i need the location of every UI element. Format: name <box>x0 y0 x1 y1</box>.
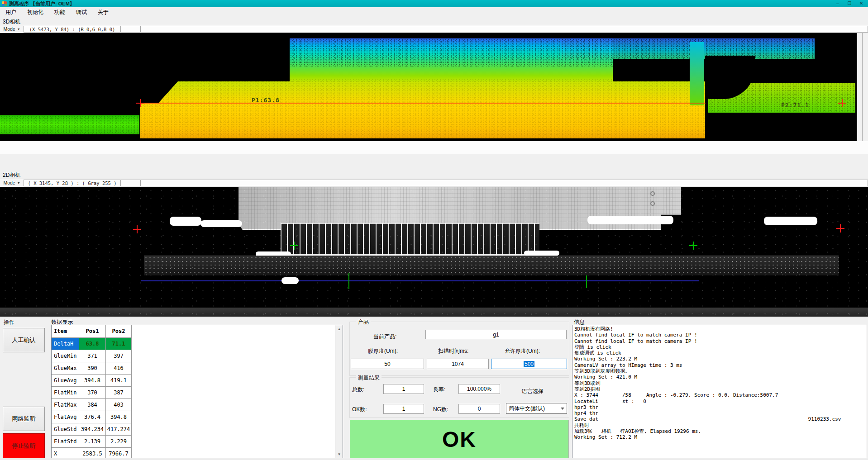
scroll-down-icon[interactable]: ▼ <box>335 451 343 458</box>
total-label: 总数: <box>352 386 364 394</box>
table-cell-item: FlatMax <box>52 399 79 411</box>
menu-item-debug[interactable]: 调试 <box>71 7 92 18</box>
table-cell-pos2: 416 <box>106 362 132 375</box>
minimize-icon[interactable]: – <box>832 0 844 7</box>
log-line: Save dat 9110233.csv <box>574 416 866 422</box>
noise-overlay <box>0 115 139 134</box>
application-window: 测高程序 【当前用户: OEM】 – ☐ ✕ 用户 初始化 功能 调试 关于 3… <box>0 0 868 460</box>
chevron-down-icon <box>561 408 564 410</box>
maximize-icon[interactable]: ☐ <box>844 0 855 7</box>
mode-dropdown-2d[interactable]: Mode▼ <box>0 179 24 186</box>
log-line: 等到2D拼图 <box>574 386 866 392</box>
table-cell-pos1: 2.139 <box>79 436 106 448</box>
log-line: 登陆 is click <box>574 344 866 350</box>
table-cell-pos1: 394.234 <box>79 423 106 436</box>
table-row[interactable]: GlueMax390416 <box>52 362 343 375</box>
table-row[interactable]: GlueMin371397 <box>52 350 343 362</box>
table-cell-pos1: 376.4 <box>79 411 106 423</box>
table-cell-pos2: 403 <box>106 399 132 411</box>
p2-measure-label: P2:71.1 <box>781 102 809 109</box>
stop-listen-button[interactable]: 停止监听 <box>3 433 45 459</box>
table-cell-item: FlatMin <box>52 387 79 399</box>
noise-overlay <box>0 187 868 317</box>
app-icon <box>2 1 7 6</box>
result-status-panel: OK <box>350 420 569 459</box>
measure-line-3d <box>140 103 706 104</box>
red-cross-right-3d <box>838 99 846 107</box>
log-line: X : 3744 /58 Angle : -0.279, Score : 0.0… <box>574 392 866 398</box>
table-cell-pos2: 419.1 <box>106 375 132 387</box>
menubar: 用户 初始化 功能 调试 关于 <box>0 7 868 17</box>
menu-item-about[interactable]: 关于 <box>92 7 114 18</box>
table-cell-item: GlueMax <box>52 362 79 375</box>
result-status-text: OK <box>442 427 477 452</box>
yield-label: 良率: <box>433 386 445 394</box>
table-cell-pos1: 390 <box>79 362 106 375</box>
table-cell-item: DeltaH <box>52 338 79 350</box>
table-header-pos1: Pos1 <box>79 325 106 338</box>
language-combobox-value: 简体中文(默认) <box>509 405 545 413</box>
camera-2d-label: 2D相机 <box>3 171 20 179</box>
panel-gap <box>0 141 868 170</box>
table-row[interactable]: FlatMin370387 <box>52 387 343 399</box>
ok-count-field[interactable]: 1 <box>383 404 424 414</box>
table-row[interactable]: GlueAvg394.8419.1 <box>52 375 343 387</box>
table-cell-item: X <box>52 448 79 459</box>
mode-dropdown-3d[interactable]: Mode▼ <box>0 25 24 33</box>
noise-overlay <box>140 78 705 138</box>
log-line: Working Set : 421.0 M <box>574 374 866 380</box>
titlebar: 测高程序 【当前用户: OEM】 – ☐ ✕ <box>0 0 868 7</box>
table-cell-item: GlueStd <box>52 423 79 436</box>
chevron-down-icon: ▼ <box>17 28 20 31</box>
table-row[interactable]: FlatStd2.1392.229 <box>52 436 343 448</box>
camera-3d-toolbar: Mode▼ (X 5473, Y 84) : (R 0,G 0,B 0) <box>0 25 868 33</box>
table-scrollbar[interactable]: ▲ ▼ <box>335 325 343 458</box>
menu-item-init[interactable]: 初始化 <box>22 7 49 18</box>
yield-field[interactable]: 100.000% <box>458 384 500 394</box>
camera-2d-view[interactable] <box>0 187 868 317</box>
table-cell-pos2: 2.229 <box>106 436 132 448</box>
total-field[interactable]: 1 <box>383 384 424 394</box>
menu-item-user[interactable]: 用户 <box>0 7 22 18</box>
table-row[interactable]: DeltaH63.871.1 <box>52 338 343 350</box>
results-label: 测量结果 <box>356 374 382 382</box>
table-header-row: Item Pos1 Pos2 <box>52 325 343 338</box>
scan-time-field[interactable]: 1074 <box>427 359 489 369</box>
table-cell-pos2: 417.274 <box>106 423 132 436</box>
scroll-up-icon[interactable]: ▲ <box>335 325 343 333</box>
table-row[interactable]: FlatAvg376.4394.8 <box>52 411 343 423</box>
log-line: LocateLi st : 0 <box>574 398 866 404</box>
network-listen-button[interactable]: 网络监听 <box>3 407 45 431</box>
scan-time-label: 扫描时间ms: <box>438 347 468 355</box>
toolbar-box-empty <box>121 26 141 33</box>
toolbar-box-empty <box>141 26 868 33</box>
table-cell-pos2: 387 <box>106 387 132 399</box>
allowed-thickness-field[interactable]: 500 <box>491 359 567 369</box>
table-cell-item: GlueAvg <box>52 375 79 387</box>
menu-item-function[interactable]: 功能 <box>49 7 71 18</box>
table-cell-pos2: 397 <box>106 350 132 362</box>
info-log[interactable]: 3D相机没有网络!Cannot find local IF to match c… <box>572 325 866 459</box>
log-line: 加载3张 相机 行AOI检查, Elapsed 19296 ms. <box>574 428 866 434</box>
camera-3d-view[interactable]: P1:63.8 P2:71.1 <box>0 33 868 141</box>
allowed-thickness-label: 允许厚度(Um): <box>505 347 540 355</box>
table-cell-item: FlatAvg <box>52 411 79 423</box>
log-line: Working Set : 223.2 M <box>574 356 866 362</box>
close-icon[interactable]: ✕ <box>855 0 867 7</box>
table-cell-pos2: 71.1 <box>106 338 132 350</box>
table-header-pos2: Pos2 <box>106 325 132 338</box>
pointcloud-cyan-strip <box>690 42 704 105</box>
toolbar-box-empty <box>121 180 141 186</box>
table-row[interactable]: X2583.57966.7 <box>52 448 343 459</box>
manual-confirm-button[interactable]: 人工确认 <box>3 328 45 352</box>
language-combobox[interactable]: 简体中文(默认) <box>506 403 567 414</box>
table-header-item: Item <box>52 325 79 338</box>
log-line: 等到3D取到灰度图数据。 <box>574 368 866 374</box>
film-thickness-field[interactable]: 50 <box>351 359 424 369</box>
ng-count-field[interactable]: 0 <box>458 404 500 414</box>
table-row[interactable]: GlueStd394.234417.274 <box>52 423 343 436</box>
bottom-panel: 操作 人工确认 网络监听 停止监听 数据显示 Item Pos1 Pos2 De… <box>0 317 868 460</box>
current-product-field[interactable]: g1 <box>425 330 567 339</box>
table-row[interactable]: FlatMax384403 <box>52 399 343 411</box>
table-cell-item: GlueMin <box>52 350 79 362</box>
